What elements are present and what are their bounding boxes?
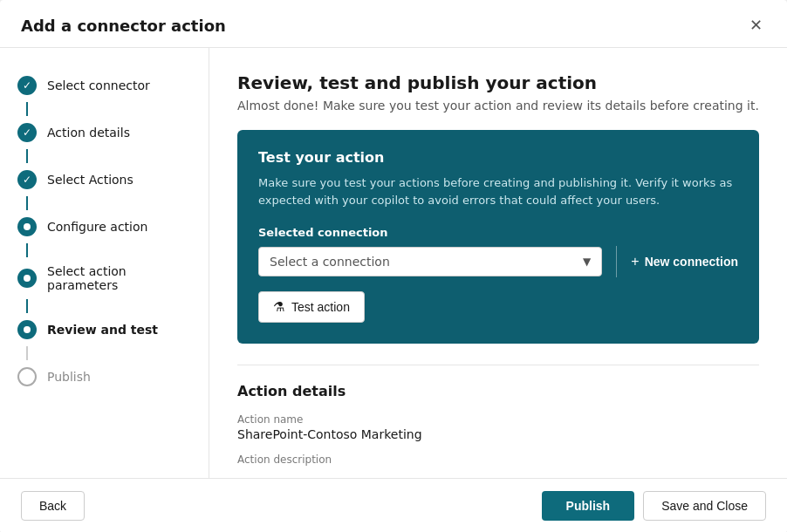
- step-connector-5: [26, 299, 28, 313]
- connection-select[interactable]: Select a connection ▼: [258, 247, 602, 276]
- action-description-field: Action description: [237, 454, 759, 466]
- step-indicator-configure-action: [17, 217, 37, 236]
- back-button[interactable]: Back: [21, 491, 85, 521]
- page-subtitle: Almost done! Make sure you test your act…: [237, 99, 759, 113]
- step-label-select-actions: Select Actions: [47, 173, 133, 187]
- chevron-down-icon: ▼: [583, 256, 591, 268]
- modal-body: ✓ Select connector ✓ Action details ✓ Se…: [0, 48, 787, 478]
- footer-right-buttons: Publish Save and Close: [542, 491, 766, 521]
- sidebar-item-review-and-test[interactable]: Review and test: [0, 313, 209, 346]
- step-indicator-select-actions: ✓: [17, 170, 37, 189]
- sidebar-item-select-action-parameters[interactable]: Select action parameters: [0, 257, 209, 299]
- action-name-field: Action name SharePoint-Contoso Marketing: [237, 413, 759, 441]
- step-connector-1: [26, 102, 28, 116]
- add-connector-action-modal: Add a connector action ✕ ✓ Select connec…: [0, 0, 787, 532]
- step-label-configure-action: Configure action: [47, 220, 147, 234]
- test-action-card: Test your action Make sure you test your…: [237, 130, 759, 344]
- action-details-title: Action details: [237, 383, 759, 399]
- step-label-select-connector: Select connector: [47, 78, 150, 92]
- sidebar: ✓ Select connector ✓ Action details ✓ Se…: [0, 48, 209, 478]
- main-content: Review, test and publish your action Alm…: [209, 48, 787, 478]
- step-connector-2: [26, 149, 28, 163]
- new-connection-button[interactable]: + New connection: [631, 254, 738, 269]
- sidebar-item-publish[interactable]: Publish: [0, 360, 209, 393]
- publish-button[interactable]: Publish: [542, 491, 635, 521]
- close-button[interactable]: ✕: [746, 14, 766, 37]
- sidebar-item-action-details[interactable]: ✓ Action details: [0, 116, 209, 149]
- step-connector-6: [26, 346, 28, 360]
- connection-row: Select a connection ▼ + New connection: [258, 246, 738, 277]
- connection-label: Selected connection: [258, 226, 738, 239]
- divider: [616, 246, 617, 277]
- step-connector-4: [26, 243, 28, 257]
- modal-title: Add a connector action: [21, 17, 226, 35]
- step-label-review-and-test: Review and test: [47, 323, 158, 337]
- connection-select-text: Select a connection: [270, 255, 390, 269]
- step-indicator-publish: [17, 367, 37, 386]
- save-and-close-button[interactable]: Save and Close: [643, 491, 766, 521]
- step-indicator-action-details: ✓: [17, 123, 37, 142]
- step-connector-3: [26, 196, 28, 210]
- test-action-button[interactable]: ⚗ Test action: [258, 291, 365, 323]
- test-action-label: Test action: [291, 300, 350, 314]
- modal-header: Add a connector action ✕: [0, 0, 787, 48]
- test-card-description: Make sure you test your actions before c…: [258, 174, 738, 208]
- test-card-title: Test your action: [258, 149, 738, 166]
- plus-icon: +: [631, 254, 639, 269]
- new-connection-label: New connection: [645, 255, 738, 269]
- page-title: Review, test and publish your action: [237, 72, 759, 93]
- sidebar-item-configure-action[interactable]: Configure action: [0, 210, 209, 243]
- action-details-section: Action details Action name SharePoint-Co…: [237, 365, 759, 478]
- sidebar-item-select-actions[interactable]: ✓ Select Actions: [0, 163, 209, 196]
- step-indicator-review-and-test: [17, 320, 37, 339]
- sidebar-item-select-connector[interactable]: ✓ Select connector: [0, 69, 209, 102]
- action-name-label: Action name: [237, 413, 759, 426]
- modal-footer: Back Publish Save and Close: [0, 478, 787, 532]
- flask-icon: ⚗: [273, 299, 284, 315]
- step-label-select-action-parameters: Select action parameters: [47, 264, 191, 292]
- step-indicator-select-action-parameters: [17, 269, 37, 288]
- action-name-value: SharePoint-Contoso Marketing: [237, 427, 759, 441]
- step-label-action-details: Action details: [47, 126, 130, 140]
- step-indicator-select-connector: ✓: [17, 76, 37, 95]
- step-label-publish: Publish: [47, 370, 91, 384]
- action-description-label: Action description: [237, 454, 759, 466]
